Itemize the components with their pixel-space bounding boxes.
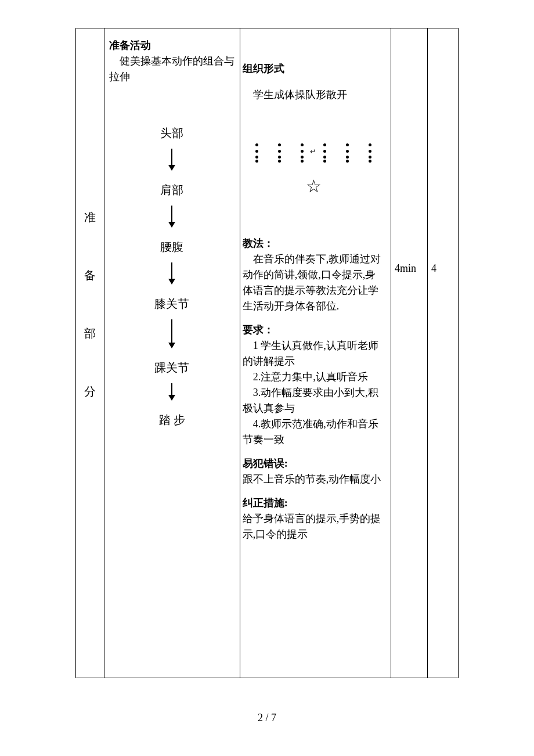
arrow-down-icon — [171, 262, 172, 283]
stage-char-2: 备 — [76, 267, 104, 284]
method-cell: 组织形式 学生成体操队形散开 ↵ — [240, 28, 391, 678]
dot-icon — [255, 156, 258, 159]
req-4: 4.教师示范准确,动作和音乐节奏一致 — [243, 416, 385, 448]
dot-icon — [323, 143, 326, 146]
err-title: 易犯错误: — [243, 456, 385, 471]
dot-icon — [255, 150, 258, 153]
dot-icon — [346, 143, 349, 146]
dot-icon — [346, 156, 349, 159]
req-3: 3.动作幅度要求由小到大,积极认真参与 — [243, 385, 385, 416]
method-content: 组织形式 学生成体操队形散开 ↵ — [240, 28, 391, 542]
org-text: 学生成体操队形散开 — [243, 87, 385, 103]
count-cell: 4 — [428, 28, 459, 678]
count-value: 4 — [428, 28, 458, 276]
dot-icon — [278, 143, 281, 146]
dot-icon — [278, 156, 281, 159]
time-value: 4min — [391, 28, 427, 276]
arrow-down-icon — [171, 206, 172, 226]
lesson-table: 准 备 部 分 准备活动 健美操基本动作的组合与拉伸 头部 肩部 — [75, 28, 459, 678]
req-1: 1 学生认真做作,认真听老师的讲解提示 — [243, 338, 385, 369]
flow-diagram: 头部 肩部 腰腹 膝关节 踝关节 踏 步 — [109, 120, 235, 433]
formation-diagram: ↵ ☆ — [252, 143, 374, 195]
dot-icon — [301, 156, 304, 159]
req-title: 要求： — [243, 322, 385, 338]
method-title: 教法： — [243, 236, 385, 251]
flow-step-1: 头部 — [160, 124, 183, 142]
dot-icon — [255, 143, 258, 146]
stage-label-cell: 准 备 部 分 — [76, 28, 104, 678]
arrow-down-icon — [171, 149, 172, 170]
stage-label: 准 备 部 分 — [76, 28, 104, 400]
flow-step-2: 肩部 — [160, 181, 183, 199]
page-number: 2 / 7 — [0, 710, 534, 726]
flow-step-6: 踏 步 — [159, 411, 185, 429]
dot-icon — [323, 160, 326, 163]
dot-icon — [346, 150, 349, 153]
flow-step-5: 踝关节 — [154, 359, 189, 376]
return-icon: ↵ — [310, 146, 316, 157]
dot-icon — [278, 160, 281, 163]
req-2: 2.注意力集中,认真听音乐 — [243, 369, 385, 385]
flow-step-3: 腰腹 — [160, 238, 183, 255]
arrow-down-icon — [171, 383, 172, 399]
activity-subtitle: 健美操基本动作的组合与拉伸 — [109, 53, 235, 85]
dot-icon — [369, 156, 371, 159]
dot-icon — [323, 156, 326, 159]
stage-char-3: 部 — [76, 325, 104, 342]
fix-text: 给予身体语言的提示,手势的提示,口令的提示 — [243, 511, 385, 542]
dot-icon — [301, 150, 304, 153]
dot-icon — [346, 160, 349, 163]
dot-icon — [369, 160, 371, 163]
activity-cell: 准备活动 健美操基本动作的组合与拉伸 头部 肩部 腰腹 膝关节 踝关节 — [104, 28, 240, 678]
page: 准 备 部 分 准备活动 健美操基本动作的组合与拉伸 头部 肩部 — [0, 0, 534, 756]
org-title: 组织形式 — [243, 61, 385, 77]
dot-icon — [369, 143, 371, 146]
fix-title: 纠正措施: — [243, 495, 385, 511]
method-text: 在音乐的伴奏下,教师通过对动作的简讲,领做,口令提示,身体语言的提示等教法充分让… — [243, 251, 385, 314]
dot-icon — [301, 160, 304, 163]
time-cell: 4min — [391, 28, 428, 678]
dot-icon — [255, 160, 258, 163]
activity-title: 准备活动 — [109, 38, 235, 53]
dot-row: ↵ — [255, 147, 371, 154]
err-text: 跟不上音乐的节奏,动作幅度小 — [243, 471, 385, 487]
dot-row — [255, 160, 371, 163]
dot-icon — [301, 143, 304, 146]
stage-char-1: 准 — [76, 208, 104, 226]
flow-step-4: 膝关节 — [154, 295, 189, 312]
stage-char-4: 分 — [76, 383, 104, 400]
dot-icon — [278, 150, 281, 153]
activity-content: 准备活动 健美操基本动作的组合与拉伸 头部 肩部 腰腹 膝关节 踝关节 — [104, 28, 240, 433]
star-icon: ☆ — [306, 178, 322, 195]
dot-icon — [369, 150, 371, 153]
dot-icon — [323, 150, 326, 153]
arrow-down-icon — [171, 319, 172, 347]
